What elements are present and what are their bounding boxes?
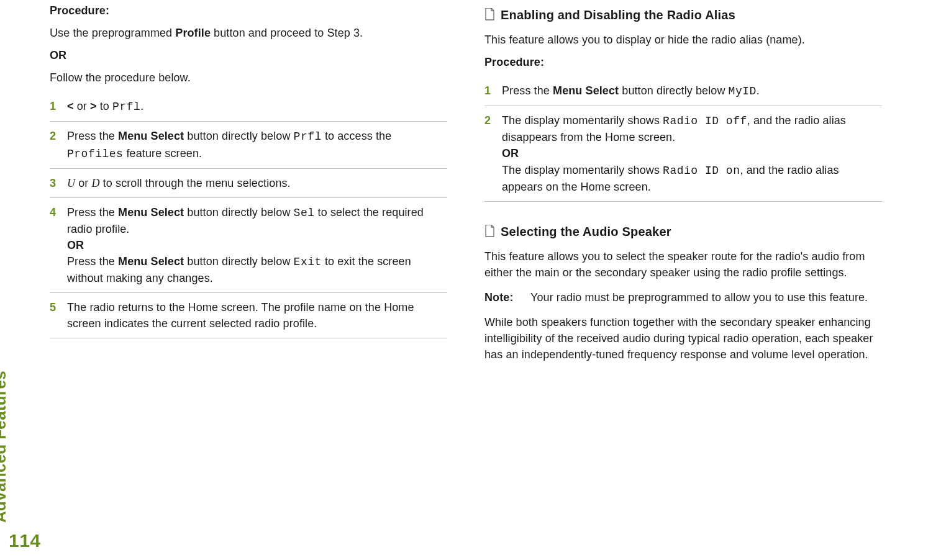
step-body: U or D to scroll through the menu select…	[67, 175, 447, 191]
step-row: 2 The display momentarily shows Radio ID…	[484, 106, 882, 201]
text: or	[77, 100, 87, 112]
text: Use the preprogrammed	[50, 27, 175, 39]
step-body: The radio returns to the Home screen. Th…	[67, 299, 447, 332]
menu-code: Exit	[294, 256, 322, 268]
step-number: 5	[50, 299, 58, 332]
note-body: Your radio must be preprogrammed to allo…	[530, 289, 882, 305]
step-body: Press the Menu Select button directly be…	[502, 83, 882, 99]
text: or	[75, 177, 91, 189]
menu-code: Sel	[294, 207, 315, 219]
section-intro: This feature allows you to display or hi…	[484, 32, 882, 48]
section-header: Enabling and Disabling the Radio Alias	[484, 6, 882, 24]
step-number: 4	[50, 204, 58, 286]
profile-word: Profile	[175, 27, 211, 39]
text: to	[100, 100, 112, 112]
page-number: 114	[9, 530, 41, 551]
step-number: 3	[50, 175, 58, 191]
step-number: 1	[484, 83, 493, 99]
step-row: 3 U or D to scroll through the menu sele…	[50, 169, 447, 198]
side-section-label: Advanced Features	[0, 371, 10, 523]
menu-select: Menu Select	[118, 255, 184, 268]
menu-code: Radio ID on	[663, 165, 740, 177]
or-label: OR	[67, 237, 447, 253]
procedure-label: Procedure:	[484, 54, 882, 70]
paragraph: While both speakers function together wi…	[484, 314, 882, 363]
step-number: 1	[50, 98, 58, 115]
menu-select: Menu Select	[553, 84, 619, 97]
menu-select: Menu Select	[118, 130, 184, 142]
step-body: Press the Menu Select button directly be…	[67, 204, 447, 286]
text: The display momentarily shows	[502, 164, 663, 176]
intro-line-1: Use the preprogrammed Profile button and…	[50, 25, 447, 41]
text: to access the	[322, 130, 391, 142]
section-title: Enabling and Disabling the Radio Alias	[501, 6, 735, 24]
text: feature screen.	[123, 147, 202, 160]
text: to scroll through the menu selections.	[100, 177, 291, 189]
step-body: < or > to Prfl.	[67, 98, 447, 115]
step-number: 2	[50, 128, 58, 161]
step-body: Press the Menu Select button directly be…	[67, 128, 447, 161]
text: Press the	[67, 130, 118, 142]
or-label: OR	[502, 145, 882, 161]
section-header: Selecting the Audio Speaker	[484, 223, 882, 241]
text: .	[140, 100, 143, 112]
menu-code: MyID	[729, 85, 757, 97]
text: Press the	[67, 206, 118, 219]
intro-line-2: Follow the procedure below.	[50, 70, 447, 86]
document-icon	[484, 225, 494, 237]
text: button and proceed to Step 3.	[211, 27, 363, 39]
text: button directly below	[619, 84, 728, 97]
text: Press the	[67, 255, 118, 268]
procedure-label: Procedure:	[50, 2, 447, 19]
text: The display momentarily shows	[502, 114, 663, 127]
menu-code: Prfl	[294, 130, 322, 143]
text: .	[757, 84, 760, 97]
menu-code: Profiles	[67, 148, 123, 160]
document-icon	[484, 8, 494, 20]
step-number: 2	[484, 112, 493, 194]
step-row: 1 Press the Menu Select button directly …	[484, 76, 882, 106]
left-arrow-icon: <	[67, 100, 77, 112]
menu-select: Menu Select	[118, 206, 184, 219]
step-row: 1 < or > to Prfl.	[50, 92, 447, 122]
step-body: The display momentarily shows Radio ID o…	[502, 112, 882, 194]
text: Press the	[502, 84, 553, 97]
text: button directly below	[184, 255, 293, 268]
text: button directly below	[184, 206, 293, 219]
section-intro: This feature allows you to select the sp…	[484, 248, 882, 281]
step-row: 2 Press the Menu Select button directly …	[50, 122, 447, 168]
step-row: 5 The radio returns to the Home screen. …	[50, 293, 447, 338]
up-key-icon: U	[67, 177, 75, 189]
right-column: Enabling and Disabling the Radio Alias T…	[484, 0, 882, 369]
step-row: 4 Press the Menu Select button directly …	[50, 198, 447, 293]
text: button directly below	[184, 130, 293, 142]
down-key-icon: D	[92, 177, 100, 189]
left-column: Procedure: Use the preprogrammed Profile…	[50, 0, 447, 369]
menu-code: Prfl	[112, 101, 140, 113]
section-title: Selecting the Audio Speaker	[501, 223, 671, 241]
or-label: OR	[50, 47, 447, 63]
note-row: Note: Your radio must be preprogrammed t…	[484, 289, 882, 305]
right-arrow-icon: >	[87, 100, 100, 112]
menu-code: Radio ID off	[663, 115, 747, 127]
note-label: Note:	[484, 289, 519, 305]
